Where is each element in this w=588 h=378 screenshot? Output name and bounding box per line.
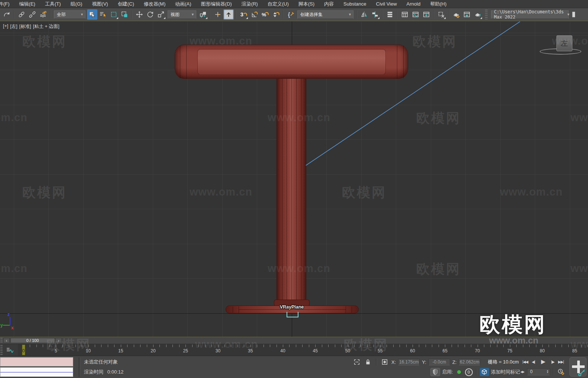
menu-item-16[interactable]: 帮助(H) (425, 0, 451, 8)
layer-explorer-button[interactable] (385, 9, 395, 20)
keyboard-override-button[interactable] (223, 9, 234, 20)
percent-snap-button[interactable]: % (260, 9, 270, 20)
toggle-ribbon-button[interactable] (400, 9, 410, 20)
scene-security-shield-icon[interactable] (430, 368, 440, 376)
ruler-tick (516, 345, 517, 347)
menu-item-11[interactable]: 脚本(S) (294, 0, 319, 8)
coord-y-field[interactable]: -0.0cm (429, 359, 450, 365)
menu-item-2[interactable]: 工具(T) (40, 0, 66, 8)
ruler-tick (238, 345, 238, 347)
selection-lock-icon[interactable] (364, 358, 372, 366)
menu-item-10[interactable]: 自定义(U) (263, 0, 294, 8)
unlink-selection-button[interactable] (27, 9, 38, 20)
menu-item-5[interactable]: 创建(C) (113, 0, 139, 8)
time-slider-prev-button[interactable]: ‹ (3, 338, 10, 343)
menu-item-14[interactable]: Civil View (371, 0, 402, 8)
spinner-snap-button[interactable] (271, 9, 281, 20)
select-and-move-button[interactable] (134, 9, 145, 20)
angle-snap-button[interactable] (249, 9, 259, 20)
select-by-name-button[interactable] (98, 9, 108, 20)
frame-spinner[interactable]: ▲▼ (546, 370, 549, 374)
viewport-menu-general[interactable]: [+] (3, 23, 8, 30)
maxscript-macro-recorder[interactable] (0, 357, 73, 366)
go-to-start-button[interactable]: |◀◀ (521, 357, 529, 366)
selection-filter-combo[interactable]: 全部▼ (54, 10, 85, 19)
menu-item-7[interactable]: 动画(A) (170, 0, 196, 8)
render-production-button[interactable] (472, 9, 483, 20)
select-and-manipulate-button[interactable] (213, 9, 223, 20)
model-table-column[interactable] (277, 79, 306, 301)
menu-item-0[interactable]: 文件(F) (0, 0, 14, 8)
viewport-left-view[interactable]: [+] [左] [标准] [粘土 + 边面] (0, 22, 588, 337)
coord-x-field[interactable]: 16.175cm (398, 359, 420, 365)
menu-item-1[interactable]: 编辑(E) (14, 0, 40, 8)
curve-editor-button[interactable] (410, 9, 421, 20)
next-frame-button[interactable]: |▶ (549, 357, 557, 366)
coord-z-field[interactable]: 62.062cm (459, 359, 480, 365)
ruler-tick (121, 345, 121, 347)
rendered-frame-window-button[interactable] (462, 9, 472, 20)
toolbar-grip[interactable] (485, 10, 488, 19)
time-slider-handle[interactable]: 0 / 100 (10, 338, 55, 343)
time-configuration-icon[interactable] (556, 368, 565, 376)
ruler-label: 50 (345, 348, 350, 353)
current-frame-field[interactable]: 0 ▲▼ (527, 368, 550, 375)
vrayplane-gizmo-icon[interactable] (287, 312, 298, 317)
grip-handle[interactable] (0, 338, 3, 343)
menu-item-13[interactable]: Substance (339, 0, 371, 8)
select-and-link-button[interactable] (16, 9, 27, 20)
key-mode-toggle-icon[interactable]: ◀▶ (520, 370, 524, 374)
viewport-menu-shading[interactable]: [粘土 + 边面] (33, 23, 59, 30)
ruler-tick (270, 345, 270, 347)
rectangular-selection-region-button[interactable] (109, 9, 119, 20)
isolate-selection-icon[interactable] (352, 358, 361, 366)
create-selection-set-combo[interactable]: 创建选择集▼ (297, 10, 353, 19)
snaps-toggle-3d-button[interactable]: 3 (238, 9, 249, 20)
viewport-menu-standard[interactable]: [标准] (19, 23, 31, 30)
reference-coordinate-combo[interactable]: 视图▼ (168, 10, 196, 19)
menu-item-3[interactable]: 组(G) (66, 0, 87, 8)
go-to-end-button[interactable]: ▶▶| (557, 357, 565, 366)
align-button[interactable] (370, 9, 380, 20)
ruler-tick (419, 345, 419, 347)
track-bar-ruler[interactable]: 0510152025303540455055606570758085 (18, 344, 588, 356)
play-button[interactable]: ▶ (537, 357, 549, 366)
time-slider-next-button[interactable]: › (55, 338, 62, 343)
use-pivot-center-button[interactable] (198, 9, 208, 20)
ruler-tick (205, 345, 206, 347)
project-folder-combo[interactable]: C:\Users\Han\Documents\3ds Max 2022▼ (491, 10, 569, 19)
model-table-top[interactable] (175, 45, 408, 79)
select-and-rotate-button[interactable] (145, 9, 155, 20)
menu-item-15[interactable]: Arnold (402, 0, 426, 8)
grip-handle[interactable] (0, 345, 3, 355)
maxscript-mini-listener[interactable] (0, 367, 73, 377)
edit-named-selection-sets-button[interactable]: { (285, 9, 296, 20)
ruler-tick (445, 345, 445, 347)
viewport-menu-pov[interactable]: [左] (10, 23, 17, 30)
mirror-button[interactable] (359, 9, 369, 20)
blocked-scripts-count[interactable]: 0 (465, 368, 473, 376)
menu-item-12[interactable]: 内容 (319, 0, 339, 8)
ruler-tick (406, 345, 407, 347)
workspace-button[interactable] (570, 9, 581, 20)
menu-item-4[interactable]: 视图(V) (87, 0, 113, 8)
time-tag-cube-icon[interactable] (480, 368, 489, 376)
menu-item-6[interactable]: 修改器(M) (139, 0, 171, 8)
bind-to-space-warp-button[interactable] (38, 9, 48, 20)
transform-typein-toggle-icon[interactable] (380, 358, 389, 366)
render-setup-button[interactable] (451, 9, 461, 20)
menu-item-8[interactable]: 图形编辑器(D) (196, 0, 237, 8)
add-time-tag-button[interactable]: 添加时间标记 (491, 369, 520, 375)
select-object-button[interactable] (87, 9, 97, 20)
viewcube[interactable]: 左 (556, 35, 572, 51)
object-name-label[interactable]: VRayPlane (266, 304, 318, 310)
add-key-button[interactable] (569, 357, 587, 377)
transform-toolbox-button[interactable] (436, 9, 446, 20)
previous-frame-button[interactable]: ◀| (529, 357, 537, 366)
schematic-view-button[interactable] (421, 9, 432, 20)
mini-curve-editor-button[interactable] (4, 346, 16, 355)
menu-item-9[interactable]: 渲染(R) (237, 0, 263, 8)
select-and-scale-button[interactable] (156, 9, 166, 20)
redo-button[interactable] (1, 9, 12, 20)
window-crossing-button[interactable] (119, 9, 130, 20)
